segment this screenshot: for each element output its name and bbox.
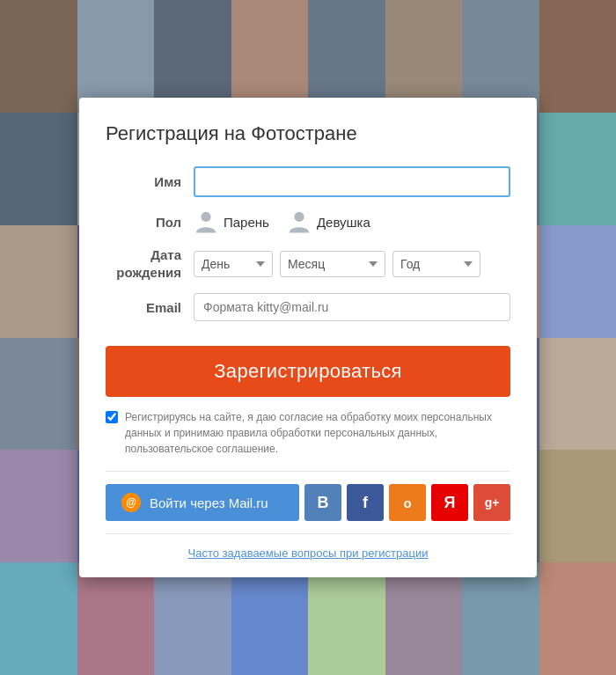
mailru-label: Войти через Mail.ru <box>150 495 268 510</box>
yandex-icon: Я <box>444 494 456 512</box>
person-icon-female <box>287 209 312 234</box>
odnoklassniki-icon: о <box>403 495 411 510</box>
email-label: Email <box>106 300 194 315</box>
name-input-wrap <box>194 166 510 197</box>
person-icon-male <box>194 209 218 234</box>
email-input[interactable] <box>194 293 510 321</box>
gender-female-label: Девушка <box>317 215 370 230</box>
register-button[interactable]: Зарегистрироваться <box>106 346 510 397</box>
gender-male-label: Парень <box>224 215 269 230</box>
registration-card: Регистрация на Фотостране Имя Пол <box>79 98 537 577</box>
email-row: Email <box>106 293 510 321</box>
agreement-text: Регистрируясь на сайте, я даю согласие н… <box>125 409 510 457</box>
svg-point-0 <box>201 212 210 222</box>
gender-row: Пол Парень <box>106 209 510 234</box>
facebook-login-button[interactable]: f <box>347 484 384 521</box>
google-plus-login-button[interactable]: g+ <box>473 484 510 521</box>
modal-overlay: Регистрация на Фотостране Имя Пол <box>0 0 616 675</box>
dob-label: Дата рождения <box>106 246 194 281</box>
divider-bottom <box>106 533 510 534</box>
faq-link[interactable]: Часто задаваемые вопросы при регистрации <box>106 547 510 560</box>
facebook-icon: f <box>363 494 368 512</box>
vk-login-button[interactable]: В <box>304 484 341 521</box>
month-select[interactable]: МесяцЯнварьФевральМартАпрельМайИюньИюльА… <box>280 251 385 277</box>
name-input[interactable] <box>194 166 510 197</box>
odnoklassniki-login-button[interactable]: о <box>389 484 426 521</box>
gender-options: Парень Девушка <box>194 209 510 234</box>
yandex-login-button[interactable]: Я <box>431 484 468 521</box>
mailru-login-button[interactable]: @ Войти через Mail.ru <box>106 484 299 521</box>
email-wrap <box>194 293 510 321</box>
dob-row: Дата рождения День1234567891011121314151… <box>106 246 510 281</box>
year-select[interactable]: Год2026202520242023202220212020201920182… <box>392 251 480 277</box>
gender-female-option[interactable]: Девушка <box>287 209 370 234</box>
social-login-row: @ Войти через Mail.ru В f о Я g+ <box>106 484 510 521</box>
agreement-section: Регистрируясь на сайте, я даю согласие н… <box>106 409 510 457</box>
name-row: Имя <box>106 166 510 197</box>
svg-point-1 <box>294 212 304 222</box>
vk-icon: В <box>318 494 329 512</box>
gender-wrap: Парень Девушка <box>194 209 510 234</box>
google-plus-icon: g+ <box>485 495 500 510</box>
name-label: Имя <box>106 174 194 189</box>
dob-wrap: День123456789101112131415161718192021222… <box>194 251 510 277</box>
gender-male-option[interactable]: Парень <box>194 209 269 234</box>
gender-label: Пол <box>106 215 194 230</box>
mailru-icon: @ <box>121 493 141 512</box>
page-title: Регистрация на Фотостране <box>106 122 510 145</box>
divider <box>106 471 510 472</box>
agreement-checkbox[interactable] <box>106 411 118 423</box>
date-selects: День123456789101112131415161718192021222… <box>194 251 510 277</box>
day-select[interactable]: День123456789101112131415161718192021222… <box>194 251 273 277</box>
